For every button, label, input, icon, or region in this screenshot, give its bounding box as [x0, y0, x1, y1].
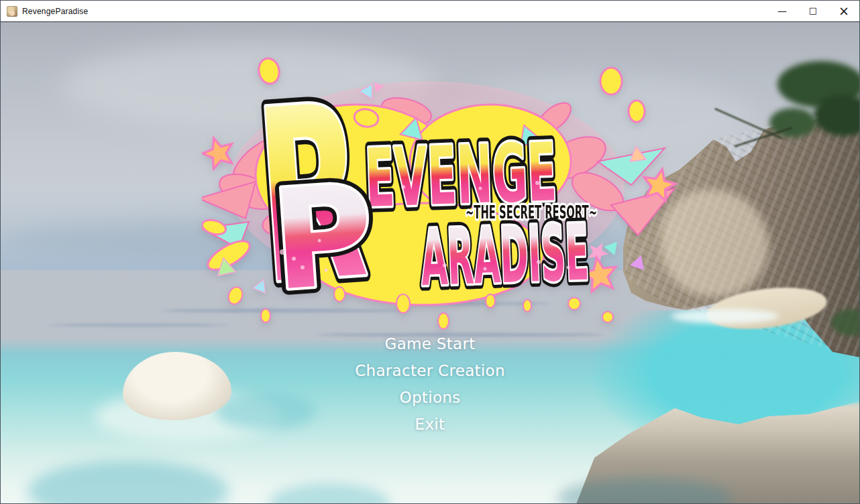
maximize-icon: □	[809, 5, 817, 15]
logo-paradise-text: ARADISE ARADISE ARADISE	[419, 208, 590, 304]
minimize-button[interactable]: —	[767, 1, 798, 21]
menu-item-exit[interactable]: Exit	[415, 411, 445, 438]
game-logo: EVENGE EVENGE EVENGE R R R ~THE SECRET R…	[202, 54, 678, 332]
svg-text:P: P	[267, 155, 378, 321]
close-icon: ×	[839, 3, 849, 18]
logo-initial-p: P P P	[267, 155, 378, 321]
game-viewport: EVENGE EVENGE EVENGE R R R ~THE SECRET R…	[1, 21, 859, 503]
menu-item-options[interactable]: Options	[400, 384, 461, 411]
rock-teal-shadow	[215, 392, 316, 430]
menu-item-game-start[interactable]: Game Start	[385, 330, 476, 357]
window-title: RevengeParadise	[22, 7, 88, 16]
close-button[interactable]: ×	[828, 1, 859, 21]
minimize-icon: —	[777, 5, 787, 16]
app-window: RevengeParadise — □ ×	[0, 0, 860, 504]
svg-text:ARADISE: ARADISE	[419, 208, 590, 304]
menu-item-character-creation[interactable]: Character Creation	[355, 357, 505, 384]
maximize-button[interactable]: □	[798, 1, 828, 21]
app-icon	[7, 6, 17, 17]
main-menu: Game Start Character Creation Options Ex…	[355, 330, 505, 438]
titlebar[interactable]: RevengeParadise — □ ×	[1, 1, 859, 21]
star-icon	[202, 133, 237, 170]
shore-foam	[671, 309, 779, 324]
